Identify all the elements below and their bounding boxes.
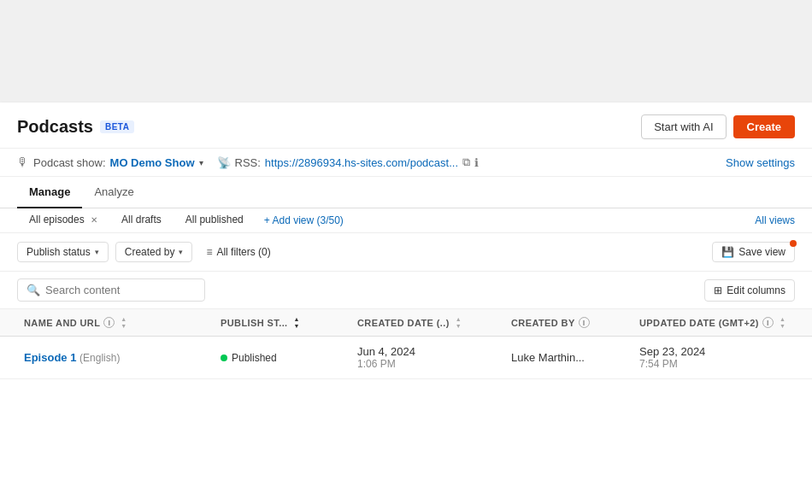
- updated-date-info-icon[interactable]: i: [762, 317, 774, 328]
- col-publish-status[interactable]: PUBLISH ST... ▲ ▼: [214, 309, 350, 336]
- publish-status-sort[interactable]: ▲ ▼: [294, 316, 300, 329]
- cell-created-by: Luke Marthin...: [504, 343, 633, 372]
- copy-rss-button[interactable]: ⧉: [462, 155, 470, 169]
- rss-info-icon[interactable]: ℹ: [474, 156, 479, 169]
- search-input[interactable]: [45, 284, 196, 296]
- columns-icon: ⊞: [714, 284, 722, 296]
- sort-down-active-icon: ▼: [294, 323, 300, 329]
- search-box: 🔍: [17, 278, 205, 302]
- show-settings-link[interactable]: Show settings: [726, 156, 795, 169]
- col-name-url[interactable]: NAME AND URL i ▲ ▼: [17, 309, 214, 336]
- created-date-sort[interactable]: ▲ ▼: [456, 316, 462, 329]
- status-dot-icon: [221, 355, 227, 361]
- col-created-date[interactable]: CREATED DATE (..) ▲ ▼: [350, 309, 504, 336]
- episode-name-link[interactable]: Episode 1: [24, 351, 76, 364]
- created-by-caret: ▾: [179, 248, 183, 256]
- all-filters-button[interactable]: ≡ All filters (0): [199, 243, 277, 261]
- sort-up-active-icon: ▲: [294, 316, 300, 322]
- table-header: NAME AND URL i ▲ ▼ PUBLISH ST... ▲ ▼ CRE…: [0, 309, 812, 337]
- tab-analyze[interactable]: Analyze: [82, 177, 145, 208]
- views-row: All episodes ✕ All drafts All published …: [0, 208, 812, 233]
- add-view-button[interactable]: + Add view (3/50): [256, 209, 352, 231]
- name-url-sort[interactable]: ▲ ▼: [121, 316, 127, 329]
- show-dropdown-icon[interactable]: ▾: [199, 158, 203, 167]
- save-icon: 💾: [721, 246, 734, 258]
- rss-url-link[interactable]: https://2896934.hs-sites.com/podcast...: [265, 156, 458, 169]
- status-badge: Published: [221, 352, 277, 364]
- col-created-by[interactable]: CREATED BY i: [504, 309, 633, 336]
- cell-name: Episode 1 (English): [17, 343, 214, 372]
- sort-up-icon: ▲: [780, 316, 786, 322]
- podcast-show-label: 🎙 Podcast show: MO Demo Show ▾: [17, 155, 203, 169]
- sort-up-icon: ▲: [456, 316, 462, 322]
- create-button[interactable]: Create: [733, 115, 795, 138]
- rss-icon: 📡: [217, 156, 231, 169]
- sort-down-icon: ▼: [780, 323, 786, 329]
- publish-status-filter[interactable]: Publish status ▾: [17, 242, 109, 262]
- sort-down-icon: ▼: [121, 323, 127, 329]
- page-title: Podcasts: [17, 117, 93, 137]
- search-icon: 🔍: [26, 284, 40, 296]
- name-url-info-icon[interactable]: i: [103, 317, 115, 328]
- filter-lines-icon: ≡: [206, 246, 212, 258]
- podcast-icon: 🎙: [17, 155, 29, 169]
- publish-status-caret: ▾: [95, 248, 99, 256]
- search-row: 🔍 ⊞ Edit columns: [0, 272, 812, 309]
- created-by-info-icon[interactable]: i: [579, 317, 590, 328]
- col-updated-date[interactable]: UPDATED DATE (GMT+2) i ▲ ▼: [633, 309, 795, 336]
- created-by-filter[interactable]: Created by ▾: [115, 242, 193, 262]
- tab-manage[interactable]: Manage: [17, 177, 82, 208]
- all-views-link[interactable]: All views: [755, 214, 795, 226]
- save-view-button[interactable]: 💾 Save view: [712, 242, 795, 262]
- filter-row: Publish status ▾ Created by ▾ ≡ All filt…: [0, 233, 812, 272]
- start-with-ai-button[interactable]: Start with AI: [641, 114, 726, 139]
- tabs-row: Manage Analyze: [0, 177, 812, 208]
- rss-label: 📡 RSS: https://2896934.hs-sites.com/podc…: [217, 155, 480, 169]
- save-view-notification-dot: [790, 240, 797, 247]
- close-all-episodes-icon[interactable]: ✕: [91, 215, 97, 225]
- view-all-published[interactable]: All published: [174, 208, 256, 232]
- view-all-episodes[interactable]: All episodes ✕: [17, 208, 109, 232]
- view-all-drafts[interactable]: All drafts: [109, 208, 174, 232]
- cell-publish-status: Published: [214, 343, 350, 372]
- sort-up-icon: ▲: [121, 316, 127, 322]
- show-name-link[interactable]: MO Demo Show: [110, 156, 195, 169]
- sort-down-icon: ▼: [456, 323, 462, 329]
- table-row: Episode 1 (English) Published Jun 4, 202…: [0, 337, 812, 379]
- cell-created-date: Jun 4, 2024 1:06 PM: [350, 337, 504, 378]
- beta-badge: BETA: [100, 120, 134, 133]
- cell-updated-date: Sep 23, 2024 7:54 PM: [633, 337, 795, 378]
- episode-sub-label: (English): [79, 352, 120, 364]
- updated-date-sort[interactable]: ▲ ▼: [780, 316, 786, 329]
- edit-columns-button[interactable]: ⊞ Edit columns: [704, 279, 795, 302]
